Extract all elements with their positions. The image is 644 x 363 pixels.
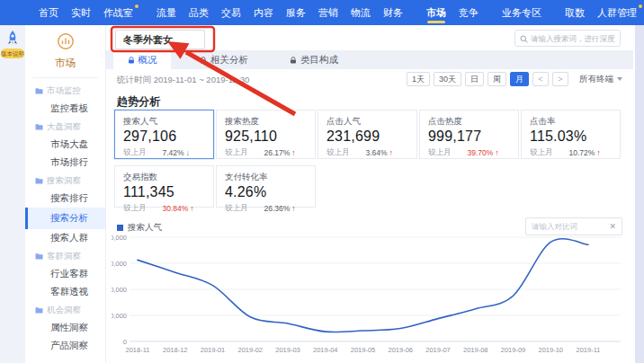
nav-item-label: 取数: [565, 7, 585, 18]
nav-item-0[interactable]: 首页: [32, 0, 65, 25]
tab-0[interactable]: 概况: [113, 50, 171, 69]
sidebar-item-1-1[interactable]: 市场排行: [25, 154, 105, 172]
nav-item-8[interactable]: 服务: [280, 0, 312, 25]
terminal-dropdown-label: 所有终端: [579, 74, 613, 85]
nav-item-4[interactable]: 流量: [150, 0, 183, 25]
range-button-1[interactable]: 30天: [434, 72, 461, 86]
sidebar-item-2-1[interactable]: 搜索分析: [25, 208, 105, 229]
nav-item-11[interactable]: 财务: [377, 0, 409, 25]
nav-item-label: 品类: [189, 7, 209, 18]
metric-change-row: 较上月7.42%↓: [123, 147, 205, 158]
sidebar-group-0: 市场监控: [25, 82, 105, 100]
nav-item-label: 实时: [71, 7, 91, 18]
metric-card-3[interactable]: 点击热度999,177较上月39.70%↑: [419, 110, 519, 159]
range-button-2[interactable]: 日: [465, 72, 484, 86]
keyword-box[interactable]: 冬季外套女: [115, 30, 205, 49]
series-line: [138, 239, 588, 332]
x-tick-label: 2019-10: [538, 346, 563, 354]
metric-change-row: 较上月39.70%↑: [428, 147, 510, 158]
folder-icon: [35, 122, 43, 132]
sidebar-group-label: 市场监控: [47, 85, 81, 97]
x-tick-label: 2019-01: [201, 346, 226, 354]
version-badge[interactable]: 版本说明: [1, 49, 24, 58]
nav-item-13[interactable]: 市场: [420, 0, 452, 25]
market-module-icon: [57, 38, 75, 53]
sidebar-item-1-0[interactable]: 市场大盘: [25, 136, 105, 154]
search-input[interactable]: [531, 34, 615, 43]
sidebar-group-4: 机会洞察: [25, 301, 105, 319]
range-button-3[interactable]: 周: [487, 72, 506, 86]
range-button-4[interactable]: 月: [510, 72, 529, 86]
sidebar-item-3-0[interactable]: 行业客群: [25, 265, 105, 283]
prev-button[interactable]: <: [532, 72, 549, 86]
sidebar-item-2-2[interactable]: 搜索人群: [25, 229, 105, 247]
metric-card-0[interactable]: 搜索人气297,106较上月7.42%↓: [114, 110, 214, 159]
terminal-dropdown[interactable]: 所有终端: [579, 74, 622, 85]
x-tick-label: 2019-09: [501, 346, 526, 354]
sidebar-group-2: 搜索洞察: [25, 172, 105, 190]
metric-change-value: 39.70%: [468, 148, 494, 157]
close-icon[interactable]: ✕: [609, 222, 616, 231]
legend-swatch: [117, 225, 123, 231]
x-tick-label: 2018-11: [126, 346, 150, 354]
nav-item-14[interactable]: 竞争: [452, 0, 485, 25]
chevron-down-icon: [617, 77, 622, 81]
nav-item-label: 物流: [351, 7, 371, 18]
metric-label: 搜索人气: [123, 116, 205, 128]
arrow-down-icon: ↓: [186, 148, 191, 157]
arrow-up-icon: ↑: [389, 148, 394, 157]
nav-item-18[interactable]: 取数: [559, 0, 591, 25]
tab-lock-icon: [200, 57, 207, 64]
metric-value: 999,177: [428, 128, 510, 145]
metric-cards-row-2: 交易指数111,345较上月30.84%↑支付转化率4.26%较上月26.36%…: [114, 165, 316, 208]
search-box[interactable]: [514, 30, 621, 47]
sidebar: 市场 市场监控监控看板大盘洞察市场大盘市场排行搜索洞察搜索排行搜索分析搜索人群客…: [25, 25, 106, 363]
nav-item-10[interactable]: 物流: [344, 0, 377, 25]
metric-value: 115.03%: [530, 128, 612, 145]
metric-change-value: 10.72%: [569, 148, 595, 157]
nav-item-16[interactable]: 业务专区: [496, 0, 548, 25]
compare-word-input[interactable]: [532, 222, 606, 231]
nav-item-5[interactable]: 品类: [183, 0, 215, 25]
sidebar-group-label: 客群洞察: [47, 251, 81, 262]
metric-change-row: 较上月26.36%↑: [225, 203, 307, 214]
metric-label: 支付转化率: [225, 172, 307, 183]
sidebar-item-4-1[interactable]: 产品洞察: [25, 337, 105, 355]
tab-2[interactable]: 类目构成: [277, 50, 351, 69]
screen: 首页实时作战室流量品类交易内容服务营销物流财务市场竞争业务专区取数人群管理学院 …: [0, 0, 644, 363]
tab-label: 类目构成: [300, 54, 338, 66]
x-tick-label: 2019-07: [425, 346, 451, 354]
nav-item-label: 服务: [286, 7, 306, 18]
compare-word-box[interactable]: ✕: [525, 217, 622, 235]
metric-change-value: 3.64%: [366, 148, 388, 157]
metric-card-1[interactable]: 搜索热度925,110较上月26.17%↑: [216, 110, 316, 159]
next-button[interactable]: >: [552, 72, 568, 86]
arrow-up-icon: ↑: [596, 148, 601, 157]
nav-item-19[interactable]: 人群管理: [591, 0, 643, 25]
sidebar-item-3-1[interactable]: 客群透视: [25, 283, 105, 301]
nav-item-2[interactable]: 作战室: [97, 0, 139, 25]
metric-change-value: 30.84%: [163, 204, 189, 213]
nav-item-6[interactable]: 交易: [215, 0, 247, 25]
sidebar-group-label: 机会洞察: [47, 305, 81, 316]
metric-card-6[interactable]: 支付转化率4.26%较上月26.36%↑: [216, 165, 316, 208]
range-button-0[interactable]: 1天: [407, 72, 430, 86]
metric-change-row: 较上月3.64%↑: [326, 147, 408, 158]
trend-chart-section: 搜索人气 ✕ 080,000160,000240,000320,0002018-…: [106, 216, 633, 363]
nav-item-1[interactable]: 实时: [65, 0, 97, 25]
metric-label: 搜索热度: [225, 116, 307, 128]
metric-label: 交易指数: [123, 172, 205, 183]
metric-card-5[interactable]: 交易指数111,345较上月30.84%↑: [114, 165, 214, 208]
tab-1[interactable]: 相关分析: [187, 50, 261, 69]
scrollbar-track[interactable]: [635, 25, 644, 363]
metric-card-4[interactable]: 点击率115.03%较上月10.72%↑: [521, 110, 621, 159]
arrow-up-icon: ↑: [291, 148, 296, 157]
metric-change-row: 较上月26.17%↑: [225, 147, 307, 158]
sidebar-item-4-0[interactable]: 属性洞察: [25, 319, 105, 337]
nav-item-7[interactable]: 内容: [247, 0, 280, 25]
nav-item-label: 财务: [383, 7, 403, 18]
metric-card-2[interactable]: 点击人气231,699较上月3.64%↑: [318, 110, 417, 159]
sidebar-item-0-0[interactable]: 监控看板: [25, 100, 105, 118]
sidebar-item-2-0[interactable]: 搜索排行: [25, 190, 105, 208]
nav-item-9[interactable]: 营销: [312, 0, 344, 25]
